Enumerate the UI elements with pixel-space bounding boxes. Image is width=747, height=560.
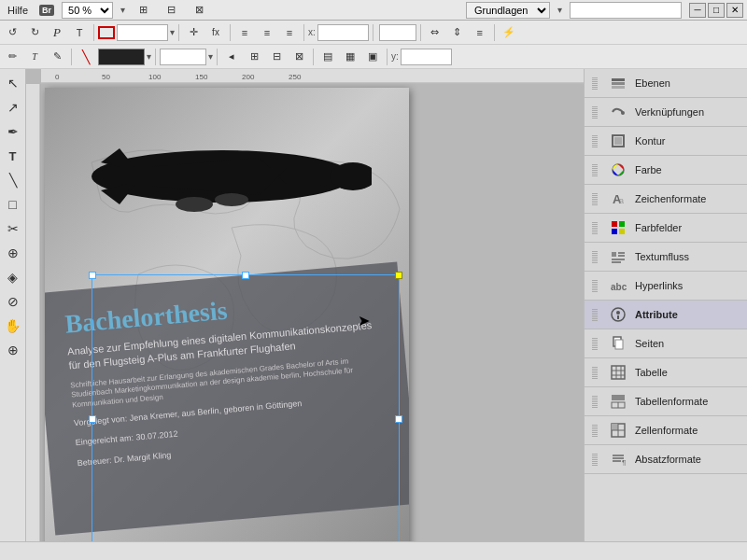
tool-line[interactable]: ╲ bbox=[2, 169, 24, 191]
tb-type-tool[interactable]: T bbox=[69, 22, 90, 43]
panel-header-farbe[interactable]: Farbe bbox=[585, 156, 747, 184]
svg-text:150: 150 bbox=[195, 73, 208, 81]
tb-stroke-icon[interactable] bbox=[98, 26, 115, 39]
tool-rect[interactable]: □ bbox=[2, 193, 24, 216]
panel-header-kontur[interactable]: Kontur bbox=[585, 127, 747, 155]
panel-label-ebenen: Ebenen bbox=[635, 77, 670, 89]
drag-handle-attribute bbox=[592, 308, 598, 321]
tool-scissors[interactable]: ✂ bbox=[2, 217, 24, 240]
svg-rect-16 bbox=[612, 78, 625, 81]
tb-redo[interactable]: ↻ bbox=[24, 22, 45, 43]
tb-align-right[interactable]: ≡ bbox=[279, 22, 300, 43]
pt-input[interactable]: 0 Pt bbox=[117, 24, 168, 41]
tb2-format2[interactable]: ⊟ bbox=[266, 47, 287, 67]
tb-undo[interactable]: ↺ bbox=[2, 22, 22, 43]
status-bar bbox=[0, 541, 747, 560]
tb-cursor[interactable]: ✛ bbox=[183, 22, 204, 43]
tool-hand[interactable]: ✋ bbox=[2, 315, 24, 337]
panel-header-seiten[interactable]: Seiten bbox=[585, 329, 747, 357]
workspace-select[interactable]: Grundlagen bbox=[466, 2, 550, 19]
panel-label-tabelle: Tabelle bbox=[635, 367, 668, 378]
tb2-wrap3[interactable]: ▣ bbox=[362, 47, 383, 67]
tb2-arrow-left[interactable]: ◂ bbox=[221, 47, 242, 67]
tool-direct-select[interactable]: ↗ bbox=[2, 96, 24, 119]
tb2-wrap1[interactable]: ▤ bbox=[317, 47, 338, 67]
drag-handle-zellenformate bbox=[592, 424, 598, 437]
panel-header-textumfluss[interactable]: Textumfluss bbox=[585, 243, 747, 271]
panel-header-zeichenformate[interactable]: Aa Zeichenformate bbox=[585, 185, 747, 213]
close-button[interactable]: ✕ bbox=[726, 3, 743, 18]
canvas-area[interactable]: 0 50 100 150 200 250 bbox=[26, 69, 584, 541]
svg-rect-37 bbox=[617, 315, 619, 319]
left-tool-panel: ↖ ↗ ✒ T ╲ □ ✂ ⊕ ◈ ⊘ ✋ ⊕ bbox=[0, 69, 26, 541]
tb2-format1[interactable]: ⊞ bbox=[244, 47, 264, 67]
x-input[interactable]: 4,233 mm bbox=[317, 24, 369, 41]
panel-label-farbfelder: Farbfelder bbox=[635, 222, 682, 233]
tool-type[interactable]: T bbox=[2, 145, 24, 167]
tb-lightning[interactable]: ⚡ bbox=[499, 22, 519, 43]
minimize-button[interactable]: ─ bbox=[689, 3, 706, 18]
tb2-stroke-diag[interactable]: ╲ bbox=[76, 47, 96, 67]
tb2-format3[interactable]: ⊠ bbox=[289, 47, 309, 67]
percent-input[interactable]: 100 % bbox=[160, 49, 206, 65]
tb2-wrap2[interactable]: ▦ bbox=[340, 47, 360, 67]
tb-icon3[interactable]: ⊠ bbox=[189, 0, 209, 21]
panel-header-zellenformate[interactable]: Zellenformate bbox=[585, 416, 747, 444]
menu-hilfe[interactable]: Hilfe bbox=[4, 5, 32, 16]
drag-handle-verknuepfungen bbox=[592, 105, 598, 119]
panel-header-absatzformate[interactable]: ¶ Absatzformate bbox=[585, 445, 747, 473]
zoom-select[interactable]: 50 % 75 % 100 % bbox=[62, 2, 113, 19]
color-box[interactable] bbox=[98, 49, 145, 65]
search-input[interactable] bbox=[570, 2, 682, 19]
panel-label-verknuepfungen: Verknüpfungen bbox=[635, 106, 704, 118]
panel-header-attribute[interactable]: Attribute bbox=[585, 301, 747, 329]
percent-arrow[interactable]: ▾ bbox=[208, 51, 213, 62]
drag-handle-tabellenformate bbox=[592, 395, 598, 408]
workspace-arrow: ▾ bbox=[557, 5, 562, 15]
svg-text:0: 0 bbox=[55, 73, 60, 81]
tb2-text[interactable]: T bbox=[24, 47, 45, 67]
tb-align-more[interactable]: ≡ bbox=[470, 22, 490, 43]
panel-section-zeichenformate: Aa Zeichenformate bbox=[585, 185, 747, 214]
tb-fx[interactable]: fx bbox=[205, 22, 226, 43]
pt-arrow[interactable]: ▾ bbox=[170, 27, 175, 37]
panel-header-hyperlinks[interactable]: abc Hyperlinks bbox=[585, 272, 747, 300]
tool-free-transform[interactable]: ⊕ bbox=[2, 242, 24, 264]
tool-pen[interactable]: ✒ bbox=[2, 120, 24, 143]
panel-header-tabelle[interactable]: Tabelle bbox=[585, 358, 747, 386]
panel-section-farbfelder: Farbfelder bbox=[585, 214, 747, 243]
tb-align-v[interactable]: ⇕ bbox=[447, 22, 468, 43]
svg-rect-40 bbox=[612, 366, 625, 379]
menu-bar: Hilfe Br 50 % 75 % 100 % ▾ ⊞ ⊟ ⊠ Grundla… bbox=[0, 0, 747, 21]
document-canvas[interactable]: Bachelorthesis Analyse zur Empfehlung ei… bbox=[45, 88, 409, 541]
y-input[interactable]: 4,233 m bbox=[401, 49, 452, 65]
tool-select[interactable]: ↖ bbox=[2, 72, 24, 94]
drag-handle-farbe bbox=[592, 163, 598, 176]
sep12 bbox=[387, 49, 388, 65]
panel-header-farbfelder[interactable]: Farbfelder bbox=[585, 214, 747, 242]
zoom-arrow: ▾ bbox=[120, 5, 125, 15]
restore-button[interactable]: □ bbox=[708, 3, 725, 18]
sep11 bbox=[313, 49, 314, 65]
tb-p-tool[interactable]: P bbox=[47, 22, 67, 43]
count-input[interactable]: 1 bbox=[379, 24, 416, 41]
tool-gradient[interactable]: ◈ bbox=[2, 266, 24, 288]
tb-align-h[interactable]: ⇔ bbox=[425, 22, 445, 43]
svg-rect-21 bbox=[614, 137, 622, 145]
tb-align-center[interactable]: ≡ bbox=[257, 22, 277, 43]
tool-zoom[interactable]: ⊕ bbox=[2, 339, 24, 361]
tb-icon2[interactable]: ⊟ bbox=[161, 0, 181, 21]
panel-header-ebenen[interactable]: Ebenen bbox=[585, 69, 747, 97]
panel-label-farbe: Farbe bbox=[635, 164, 662, 175]
panel-header-tabellenformate[interactable]: Tabellenformate bbox=[585, 387, 747, 415]
panel-label-attribute: Attribute bbox=[635, 309, 678, 320]
tb-icon1[interactable]: ⊞ bbox=[133, 0, 153, 21]
panel-label-zeichenformate: Zeichenformate bbox=[635, 193, 706, 204]
tb2-pen[interactable]: ✏ bbox=[2, 47, 22, 67]
tb-align-left[interactable]: ≡ bbox=[234, 22, 255, 43]
tool-eyedropper[interactable]: ⊘ bbox=[2, 290, 24, 313]
panel-label-hyperlinks: Hyperlinks bbox=[635, 280, 683, 291]
color-arrow[interactable]: ▾ bbox=[147, 51, 151, 62]
panel-header-verknuepfungen[interactable]: Verknüpfungen bbox=[585, 98, 747, 126]
tb2-pencil[interactable]: ✎ bbox=[47, 47, 67, 67]
